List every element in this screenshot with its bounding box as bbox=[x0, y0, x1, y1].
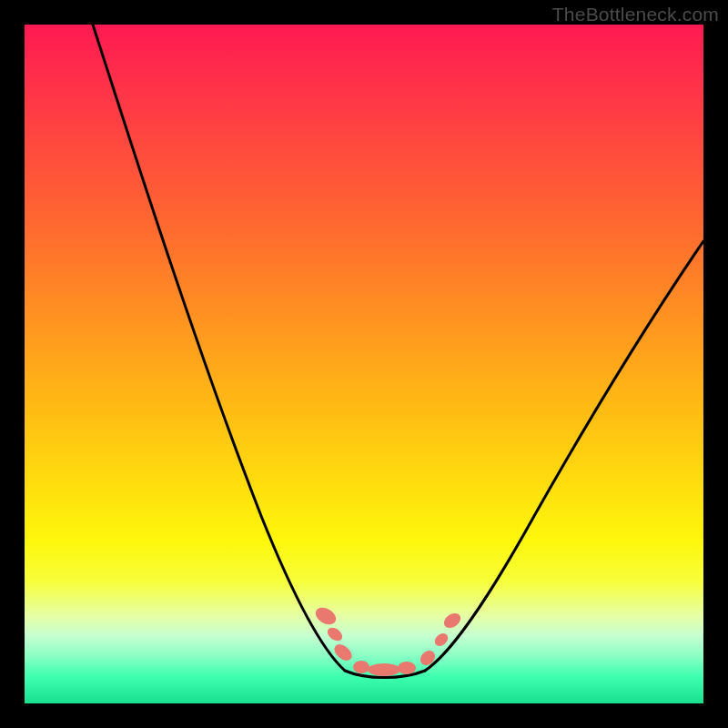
svg-point-5 bbox=[398, 662, 416, 674]
svg-point-1 bbox=[325, 625, 345, 643]
plot-area bbox=[25, 25, 703, 703]
svg-point-3 bbox=[353, 661, 369, 673]
chart-frame: TheBottleneck.com bbox=[0, 0, 728, 728]
svg-point-7 bbox=[432, 631, 450, 648]
watermark-text: TheBottleneck.com bbox=[552, 4, 719, 25]
svg-point-0 bbox=[313, 604, 339, 628]
svg-point-8 bbox=[441, 611, 463, 632]
curve-layer bbox=[25, 25, 703, 703]
right-curve bbox=[425, 241, 703, 671]
svg-point-6 bbox=[418, 648, 439, 669]
svg-point-4 bbox=[368, 663, 400, 676]
valley-markers bbox=[313, 604, 464, 676]
left-curve bbox=[93, 25, 345, 671]
